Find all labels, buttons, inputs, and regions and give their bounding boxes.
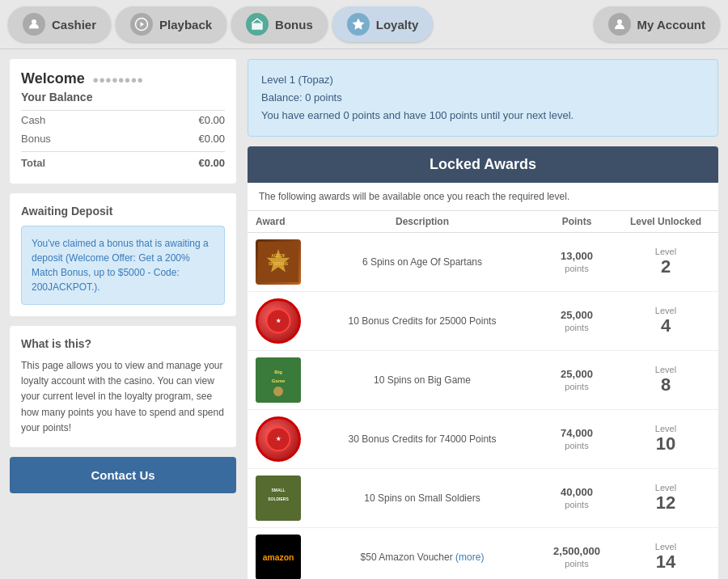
awaiting-text: You've claimed a bonus that is awaiting … xyxy=(21,226,225,305)
svg-marker-4 xyxy=(352,19,364,30)
svg-text:★: ★ xyxy=(276,435,281,442)
award-points: 2,500,000 points xyxy=(532,545,621,569)
award-image: ★ xyxy=(256,298,301,344)
award-description: 10 Spins on Small Soldiers xyxy=(312,492,532,504)
award-image: AGE OF SPARTANS xyxy=(256,239,301,285)
welcome-section: Welcome ●●●●●●●● Your Balance Cash €0.00… xyxy=(10,59,236,184)
award-row: ★ 30 Bonus Credits for 74000 Points 74,0… xyxy=(248,410,718,469)
contact-us-button[interactable]: Contact Us xyxy=(10,457,236,493)
cashier-label: Cashier xyxy=(52,18,96,32)
awards-subtitle: The following awards will be available o… xyxy=(248,183,718,211)
account-label: My Account xyxy=(637,18,705,32)
account-button[interactable]: My Account xyxy=(594,6,720,42)
playback-button[interactable]: Playback xyxy=(116,6,226,42)
svg-text:SMALL: SMALL xyxy=(271,488,285,492)
award-image: amazon xyxy=(256,535,301,579)
sidebar: Welcome ●●●●●●●● Your Balance Cash €0.00… xyxy=(10,59,236,493)
awards-col-headers: Award Description Points Level Unlocked xyxy=(248,211,718,233)
award-row: ★ 10 Bonus Credits for 25000 Points 25,0… xyxy=(248,292,718,351)
bonus-icon xyxy=(246,13,269,36)
award-points: 13,000 points xyxy=(532,250,621,274)
account-icon xyxy=(608,13,631,36)
col-level-header: Level Unlocked xyxy=(621,216,710,227)
what-title: What is this? xyxy=(21,337,225,350)
playback-label: Playback xyxy=(159,18,212,32)
total-row: Total €0.00 xyxy=(21,151,225,172)
svg-point-0 xyxy=(32,19,36,24)
award-image: Big Game xyxy=(256,357,301,403)
svg-point-15 xyxy=(273,387,283,396)
main-content: Level 1 (Topaz) Balance: 0 points You ha… xyxy=(248,59,718,579)
award-row: Big Game 10 Spins on Big Game 25,000 poi… xyxy=(248,351,718,410)
total-label: Total xyxy=(21,157,45,169)
svg-text:Game: Game xyxy=(272,378,286,383)
bonus-label: Bonus xyxy=(275,18,313,32)
col-award-header: Award xyxy=(256,216,312,227)
awaiting-title: Awaiting Deposit xyxy=(21,205,225,218)
what-section: What is this? This page allows you to vi… xyxy=(10,326,236,447)
level-line3: You have earned 0 points and have 100 po… xyxy=(261,107,705,125)
award-points: 25,000 points xyxy=(532,309,621,333)
col-points-header: Points xyxy=(532,216,621,227)
svg-text:Big: Big xyxy=(274,370,282,374)
loyalty-icon xyxy=(347,13,370,36)
level-line2: Balance: 0 points xyxy=(261,89,705,107)
award-level: Level 14 xyxy=(621,542,710,573)
awards-rows: AGE OF SPARTANS 6 Spins on Age Of Sparta… xyxy=(248,233,718,579)
top-nav: Cashier Playback Bonus Loyalty My Accoun… xyxy=(0,0,728,49)
award-description: $50 Amazon Voucher (more) xyxy=(312,552,532,563)
award-level: Level 12 xyxy=(621,483,710,513)
award-description: 10 Bonus Credits for 25000 Points xyxy=(312,315,532,327)
total-value: €0.00 xyxy=(198,157,225,169)
playback-icon xyxy=(130,13,153,36)
award-level: Level 4 xyxy=(621,306,710,336)
award-points: 25,000 points xyxy=(532,368,621,392)
welcome-heading: Welcome ●●●●●●●● xyxy=(21,70,225,87)
award-row: SMALL SOLDIERS 10 Spins on Small Soldier… xyxy=(248,469,718,528)
welcome-label: Welcome xyxy=(21,70,85,87)
svg-text:SOLDIERS: SOLDIERS xyxy=(268,497,289,501)
award-level: Level 2 xyxy=(621,247,710,277)
main-layout: Welcome ●●●●●●●● Your Balance Cash €0.00… xyxy=(0,49,728,579)
award-level: Level 8 xyxy=(621,365,710,395)
award-row: AGE OF SPARTANS 6 Spins on Age Of Sparta… xyxy=(248,233,718,292)
username-display: ●●●●●●●● xyxy=(92,74,143,86)
award-description: 10 Spins on Big Game xyxy=(312,374,532,386)
svg-marker-2 xyxy=(141,22,145,27)
award-row: amazon $50 Amazon Voucher (more) 2,500,0… xyxy=(248,528,718,579)
svg-text:amazon: amazon xyxy=(263,553,294,562)
your-balance-label: Your Balance xyxy=(21,91,225,111)
awaiting-section: Awaiting Deposit You've claimed a bonus … xyxy=(10,193,236,316)
loyalty-button[interactable]: Loyalty xyxy=(332,6,434,42)
locked-awards-title: Locked Awards xyxy=(248,146,718,183)
award-points: 40,000 points xyxy=(532,486,621,510)
bonus-value: €0.00 xyxy=(198,133,225,145)
svg-rect-3 xyxy=(252,23,263,30)
cash-value: €0.00 xyxy=(198,114,225,126)
cash-row: Cash €0.00 xyxy=(21,111,225,129)
cashier-icon xyxy=(23,13,45,36)
level-line1: Level 1 (Topaz) xyxy=(261,71,705,89)
cash-label: Cash xyxy=(21,114,45,126)
award-image: SMALL SOLDIERS xyxy=(256,475,301,521)
award-level: Level 10 xyxy=(621,424,710,454)
svg-text:★: ★ xyxy=(276,317,281,324)
award-points: 74,000 points xyxy=(532,427,621,451)
award-image: ★ xyxy=(256,416,301,462)
awards-table-container: Locked Awards The following awards will … xyxy=(248,146,718,579)
cashier-button[interactable]: Cashier xyxy=(8,6,111,42)
level-info-box: Level 1 (Topaz) Balance: 0 points You ha… xyxy=(248,59,718,137)
award-description: 30 Bonus Credits for 74000 Points xyxy=(312,433,532,445)
bonus-button[interactable]: Bonus xyxy=(231,6,328,42)
svg-point-5 xyxy=(617,19,622,24)
bonus-label: Bonus xyxy=(21,133,51,145)
what-text: This page allows you to view and manage … xyxy=(21,358,225,436)
bonus-row: Bonus €0.00 xyxy=(21,129,225,148)
col-description-header: Description xyxy=(312,216,532,227)
loyalty-label: Loyalty xyxy=(376,18,419,32)
award-description: 6 Spins on Age Of Spartans xyxy=(312,256,532,268)
